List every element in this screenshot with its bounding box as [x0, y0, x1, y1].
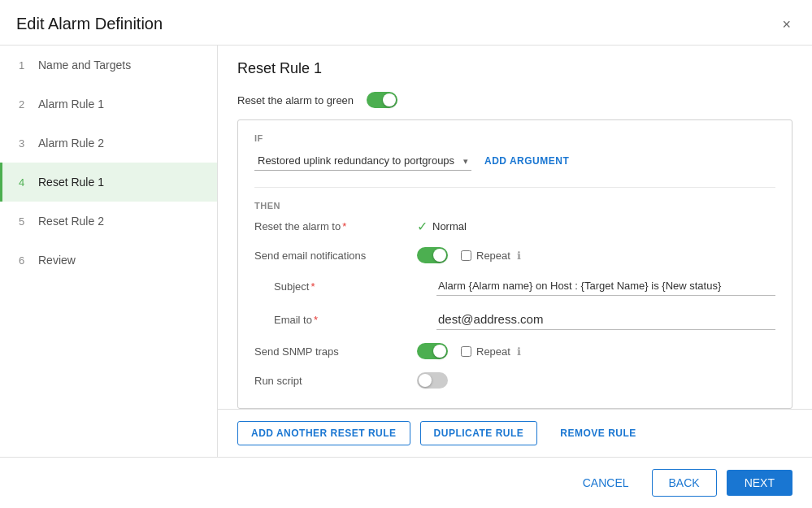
sidebar-item-review[interactable]: 6 Review [0, 241, 217, 280]
duplicate-rule-button[interactable]: DUPLICATE RULE [420, 421, 538, 445]
run-script-label: Run script [254, 375, 417, 387]
next-button[interactable]: NEXT [727, 470, 792, 496]
email-to-input[interactable] [436, 309, 775, 330]
remove-rule-button[interactable]: REMOVE RULE [547, 422, 649, 445]
reset-alarm-label: Reset the alarm to* [254, 220, 417, 232]
add-reset-rule-button[interactable]: ADD ANOTHER RESET RULE [237, 421, 410, 445]
modal-title: Edit Alarm Definition [16, 15, 163, 33]
step-num-2: 2 [19, 98, 30, 111]
snmp-repeat-label[interactable]: Repeat [476, 345, 510, 358]
add-argument-button[interactable]: ADD ARGUMENT [484, 155, 569, 167]
modal-footer: CANCEL BACK NEXT [0, 457, 812, 508]
snmp-toggle[interactable] [417, 343, 448, 359]
normal-status-text: Normal [432, 220, 467, 232]
modal-body: 1 Name and Targets 2 Alarm Rule 1 3 Alar… [0, 46, 812, 457]
subject-input[interactable] [436, 276, 775, 296]
back-button[interactable]: BACK [652, 469, 717, 497]
email-to-label: Email to* [274, 314, 436, 326]
then-section: THEN Reset the alarm to* ✓ Normal [254, 201, 775, 389]
sidebar-item-name-targets[interactable]: 1 Name and Targets [0, 46, 217, 85]
sidebar-item-alarm-rule-2[interactable]: 3 Alarm Rule 2 [0, 124, 217, 163]
subject-label: Subject* [274, 280, 436, 293]
sidebar: 1 Name and Targets 2 Alarm Rule 1 3 Alar… [0, 46, 218, 457]
main-content: Reset Rule 1 Reset the alarm to green IF [218, 46, 812, 457]
content-title: Reset Rule 1 [237, 60, 322, 76]
snmp-repeat-info-icon: ℹ [517, 345, 521, 358]
condition-dropdown[interactable]: Restored uplink redundancy to portgroups [254, 151, 471, 171]
email-toggle-slider [417, 247, 448, 263]
email-repeat-label[interactable]: Repeat [476, 250, 510, 262]
if-row: Restored uplink redundancy to portgroups… [254, 151, 775, 171]
condition-dropdown-wrapper: Restored uplink redundancy to portgroups [254, 151, 471, 171]
normal-status-badge: ✓ Normal [417, 219, 467, 234]
content-header: Reset Rule 1 [218, 46, 812, 85]
snmp-repeat-checkbox-row: Repeat ℹ [461, 345, 521, 358]
sidebar-item-alarm-rule-1[interactable]: 2 Alarm Rule 1 [0, 85, 217, 124]
sidebar-label-5: Reset Rule 2 [38, 215, 104, 228]
if-then-divider [254, 187, 775, 188]
step-num-6: 6 [19, 254, 30, 267]
if-label: IF [254, 133, 775, 143]
step-num-1: 1 [19, 59, 30, 72]
sidebar-item-reset-rule-1[interactable]: 4 Reset Rule 1 [0, 163, 217, 202]
step-num-4: 4 [19, 176, 30, 189]
sidebar-item-reset-rule-2[interactable]: 5 Reset Rule 2 [0, 202, 217, 241]
reset-green-label: Reset the alarm to green [237, 94, 354, 106]
snmp-toggle-slider [417, 343, 448, 359]
email-to-row: Email to* [254, 309, 775, 330]
content-body: Reset the alarm to green IF Restored upl… [218, 85, 812, 409]
action-row: ADD ANOTHER RESET RULE DUPLICATE RULE RE… [218, 409, 812, 457]
check-circle-icon: ✓ [417, 219, 428, 234]
email-repeat-checkbox-row: Repeat ℹ [461, 250, 521, 262]
cancel-button[interactable]: CANCEL [570, 470, 642, 496]
edit-alarm-modal: Edit Alarm Definition × 1 Name and Targe… [0, 0, 812, 508]
snmp-controls: Repeat ℹ [417, 343, 521, 359]
rule-box: IF Restored uplink redundancy to portgro… [237, 119, 792, 409]
email-repeat-info-icon: ℹ [517, 250, 521, 262]
sidebar-label-3: Alarm Rule 2 [38, 137, 104, 150]
close-button[interactable]: × [777, 15, 796, 33]
sidebar-label-6: Review [38, 254, 76, 267]
reset-green-row: Reset the alarm to green [237, 85, 792, 119]
reset-green-slider [367, 92, 397, 108]
then-label: THEN [254, 201, 775, 211]
subject-input-wrapper [436, 276, 775, 296]
run-script-slider [417, 372, 448, 389]
sidebar-label-4: Reset Rule 1 [38, 176, 104, 189]
subject-row: Subject* [254, 276, 775, 296]
sidebar-label-1: Name and Targets [38, 59, 131, 72]
email-repeat-checkbox[interactable] [461, 250, 471, 261]
run-script-row: Run script [254, 372, 775, 389]
email-to-input-wrapper [436, 309, 775, 330]
email-toggle[interactable] [417, 247, 448, 263]
snmp-repeat-checkbox[interactable] [461, 346, 471, 357]
email-notifications-label: Send email notifications [254, 250, 417, 262]
step-num-5: 5 [19, 215, 30, 228]
run-script-toggle[interactable] [417, 372, 448, 389]
snmp-row: Send SNMP traps Repeat ℹ [254, 343, 775, 359]
reset-green-toggle[interactable] [367, 92, 397, 108]
snmp-label: Send SNMP traps [254, 345, 417, 358]
email-notifications-row: Send email notifications Repeat ℹ [254, 247, 775, 263]
modal-header: Edit Alarm Definition × [0, 0, 812, 46]
sidebar-label-2: Alarm Rule 1 [38, 98, 104, 111]
email-controls: Repeat ℹ [417, 247, 521, 263]
step-num-3: 3 [19, 137, 30, 150]
reset-alarm-row: Reset the alarm to* ✓ Normal [254, 219, 775, 234]
